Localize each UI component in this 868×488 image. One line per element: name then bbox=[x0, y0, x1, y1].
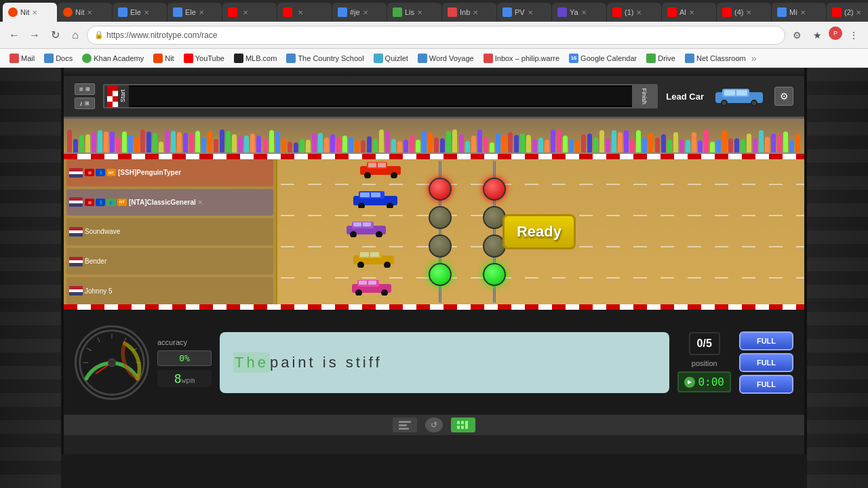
bookmark-quizlet[interactable]: Quizlet bbox=[370, 52, 412, 64]
tab-8[interactable]: Lis ✕ bbox=[387, 3, 441, 22]
tab-close-11[interactable]: ✕ bbox=[581, 9, 587, 16]
nitro-button-1[interactable]: FULL bbox=[739, 331, 793, 350]
tab-close-8[interactable]: ✕ bbox=[417, 9, 422, 16]
bookmark-netclassroom[interactable]: Net Classroom bbox=[681, 52, 750, 64]
tab-close-13[interactable]: ✕ bbox=[689, 9, 694, 16]
bookmark-mail[interactable]: Mail bbox=[5, 52, 39, 64]
extensions-button[interactable]: ⚙ bbox=[788, 26, 806, 44]
tab-3[interactable]: Ele ✕ bbox=[113, 3, 167, 22]
tab-close-1[interactable]: ✕ bbox=[32, 9, 37, 16]
settings-button[interactable]: ⚙ bbox=[774, 87, 793, 106]
player-row-3: Soundwave bbox=[66, 218, 273, 245]
tab-favicon-10 bbox=[502, 7, 512, 17]
bottom-btn-2[interactable]: ↺ bbox=[425, 418, 443, 432]
race-text-display[interactable]: The paint is stiff bbox=[220, 332, 669, 393]
crowd-person bbox=[636, 130, 641, 152]
bookmark-docs[interactable]: Docs bbox=[40, 52, 77, 64]
tab-close-5[interactable]: ✕ bbox=[243, 9, 248, 16]
bookmark-calendar[interactable]: 16 Google Calendar bbox=[565, 52, 641, 64]
tab-nitrotype-active[interactable]: Nit ✕ bbox=[3, 3, 57, 22]
crowd-person bbox=[465, 141, 470, 152]
traffic-light-left bbox=[429, 161, 452, 303]
tab-favicon-1 bbox=[8, 7, 18, 17]
crowd-person bbox=[538, 138, 543, 152]
tab-label-10: PV bbox=[515, 8, 525, 16]
tab-close-2[interactable]: ✕ bbox=[87, 9, 92, 16]
crowd-person bbox=[716, 140, 721, 152]
tab-2[interactable]: Nit ✕ bbox=[58, 3, 112, 22]
crowd-person bbox=[484, 137, 488, 152]
tab-close-14[interactable]: ✕ bbox=[746, 9, 751, 16]
sound-toggle-button[interactable]: ♪ ⊞ bbox=[75, 98, 95, 109]
tab-favicon-11 bbox=[557, 7, 567, 17]
crowd-person bbox=[642, 138, 647, 152]
address-bar[interactable]: 🔒 https://www.nitrotype.com/race bbox=[87, 26, 785, 45]
lead-car-display bbox=[712, 85, 766, 107]
tab-15[interactable]: Mi ✕ bbox=[772, 3, 826, 22]
svg-rect-17 bbox=[371, 192, 380, 197]
svg-rect-34 bbox=[359, 281, 367, 285]
lead-car-label: Lead Car bbox=[666, 92, 704, 102]
tab-12[interactable]: (1) ✕ bbox=[607, 3, 661, 22]
tab-10[interactable]: PV ✕ bbox=[497, 3, 551, 22]
tab-14[interactable]: (4) ✕ bbox=[717, 3, 771, 22]
tab-close-16[interactable]: ✕ bbox=[856, 9, 861, 16]
tab-6[interactable]: ✕ bbox=[277, 3, 332, 22]
bookmark-wordvoyage[interactable]: Word Voyage bbox=[414, 52, 478, 64]
nitro-button-2[interactable]: FULL bbox=[739, 353, 793, 372]
badge-red-1: ⊞ bbox=[85, 169, 94, 176]
tab-5[interactable]: ✕ bbox=[222, 3, 277, 22]
crowd-person bbox=[698, 140, 703, 152]
tab-close-4[interactable]: ✕ bbox=[199, 9, 204, 16]
tab-11[interactable]: Ya ✕ bbox=[552, 3, 606, 22]
profile-icon[interactable]: P bbox=[829, 26, 842, 40]
crowd-person bbox=[104, 131, 108, 152]
bookmark-khan[interactable]: Khan Academy bbox=[78, 52, 148, 64]
bookmark-mlb[interactable]: MLB.com bbox=[230, 52, 281, 64]
bookmark-button[interactable]: ★ bbox=[808, 26, 826, 44]
bookmark-drive[interactable]: Drive bbox=[642, 52, 679, 64]
bookmark-inbox[interactable]: Inbox – philip.warre bbox=[479, 52, 564, 64]
view-toggle-button[interactable]: ≡ ⊞ bbox=[75, 83, 95, 95]
bottom-btn-3[interactable] bbox=[451, 418, 475, 432]
player-x-2[interactable]: ✕ bbox=[197, 199, 203, 206]
tab-close-3[interactable]: ✕ bbox=[144, 9, 149, 16]
crowd-person bbox=[128, 135, 133, 152]
bookmarks-more[interactable]: » bbox=[751, 53, 757, 64]
tab-close-7[interactable]: ✕ bbox=[363, 9, 368, 16]
bottom-btn-1[interactable] bbox=[393, 418, 417, 432]
game-container: ≡ ⊞ ♪ ⊞ bbox=[61, 68, 807, 454]
crowd-person bbox=[232, 134, 237, 152]
tab-close-6[interactable]: ✕ bbox=[298, 9, 303, 16]
back-button[interactable]: ← bbox=[5, 26, 23, 44]
nitro-button-3[interactable]: FULL bbox=[739, 375, 793, 394]
player-flag-5 bbox=[69, 286, 83, 296]
bookmark-nitrotype[interactable]: Nit bbox=[149, 52, 178, 64]
badge-group-2: 👥 bbox=[106, 199, 116, 206]
tab-7[interactable]: #je ✕ bbox=[332, 3, 387, 22]
crowd-person bbox=[275, 131, 280, 152]
car-3-purple bbox=[345, 220, 387, 240]
bookmark-country-school[interactable]: The Country School bbox=[282, 52, 368, 64]
home-button[interactable]: ⌂ bbox=[66, 26, 84, 44]
tab-close-9[interactable]: ✕ bbox=[473, 9, 478, 16]
bookmark-youtube[interactable]: YouTube bbox=[180, 52, 229, 64]
reload-button[interactable]: ↻ bbox=[46, 26, 64, 44]
tab-label-11: Ya bbox=[570, 8, 578, 16]
tab-16[interactable]: (2) ✕ bbox=[827, 3, 868, 22]
crowd-person bbox=[722, 130, 727, 152]
tab-close-15[interactable]: ✕ bbox=[800, 9, 806, 16]
more-button[interactable]: ⋮ bbox=[845, 26, 863, 44]
forward-button[interactable]: → bbox=[26, 26, 43, 44]
tab-9[interactable]: Inb ✕ bbox=[442, 3, 496, 22]
crowd-person bbox=[355, 140, 359, 152]
tab-4[interactable]: Ele ✕ bbox=[167, 3, 222, 22]
tab-close-10[interactable]: ✕ bbox=[528, 9, 533, 16]
crowd-section: // inline script for crowd rendering — h… bbox=[64, 117, 804, 154]
tab-close-12[interactable]: ✕ bbox=[636, 9, 642, 16]
tab-13[interactable]: Al ✕ bbox=[662, 3, 716, 22]
crowd-person bbox=[153, 133, 157, 152]
bookmark-icon-inbox bbox=[484, 54, 493, 63]
light-left-yellow-1 bbox=[429, 206, 452, 229]
crowd-person bbox=[490, 142, 494, 152]
